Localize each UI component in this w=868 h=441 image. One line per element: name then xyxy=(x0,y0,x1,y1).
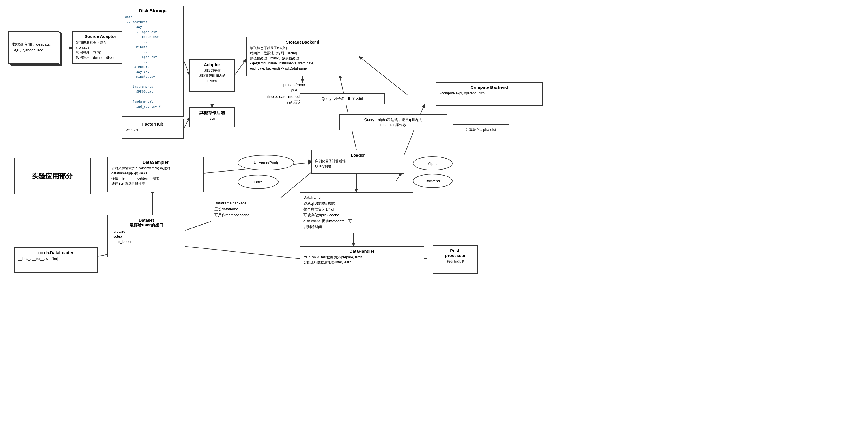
loader-box: Loader 实例化因子计算后端Query构建 xyxy=(311,150,404,174)
torch-dataloader-box: torch.DataLoader __lens_, __iter__, shuf… xyxy=(14,247,98,273)
svg-line-15 xyxy=(181,246,300,259)
other-storage-box: 其他存储后端 API xyxy=(189,107,235,127)
dataframe-block-box: Dataframe 遵从qlib数据集格式 整个数据集为1个df 可被存储为di… xyxy=(300,192,413,233)
adaptor-box: Adaptor 读取因子值读取某段时间内的universe xyxy=(189,59,235,92)
dataset-content: - prepare - setup - train_loader - ... xyxy=(112,229,181,249)
compute-backend-box: Compute Backend - compute(expr, operand_… xyxy=(436,82,543,106)
storage-backend-title: StorageBackend xyxy=(250,39,355,44)
svg-line-3 xyxy=(184,117,189,129)
compute-backend-content: - compute(expr, operand_dict) xyxy=(439,91,539,96)
torch-dataloader-content: __lens_, __iter__, shuffle() xyxy=(18,256,94,261)
storage-backend-content: 读取静态原始因子csv文件 时间片、股票池（行列）slicing 数值预处理、m… xyxy=(250,45,355,71)
alpha-oval: Alpha xyxy=(413,156,453,170)
query-alpha-box: Query：alpha表达式，遵从q4li语法Data dict:操作数 xyxy=(339,115,447,130)
data-handler-title: DataHandler xyxy=(304,249,420,254)
dataset-title: Dataset暴露给user的接口 xyxy=(112,218,181,228)
other-storage-title: 其他存储后端 xyxy=(193,110,231,116)
loader-title: Loader xyxy=(315,153,401,157)
dataframe-pkg-box: Dataframe package三份dataframe可用作memory ca… xyxy=(211,198,290,222)
adaptor-content: 读取因子值读取某段时间内的universe xyxy=(193,68,231,84)
date-oval: Date xyxy=(238,175,279,189)
experiment-section-label: 实验应用部分 xyxy=(32,171,73,181)
svg-line-4 xyxy=(235,59,246,75)
experiment-section-box: 实验应用部分 xyxy=(14,158,91,194)
adaptor-title: Adaptor xyxy=(193,62,231,67)
factor-hub-title: FactorHub xyxy=(126,122,180,126)
data-handler-box: DataHandler train, valid, test数据切分(prepa… xyxy=(300,246,424,274)
data-handler-content: train, valid, test数据切分(prepare, fetch) 分… xyxy=(304,255,420,265)
dataset-box: Dataset暴露给user的接口 - prepare - setup - tr… xyxy=(107,215,185,257)
data-source-box: 数据源 例如：ideadata、 SQL、yahooquery xyxy=(8,31,59,64)
disk-storage-title: Disk Storage xyxy=(125,8,181,13)
universe-pool-oval: Universe(Pool) xyxy=(238,155,294,170)
torch-dataloader-title: torch.DataLoader xyxy=(18,250,94,255)
data-sampler-box: DataSampler 针对采样需求(e.g. window trick),构建… xyxy=(107,157,204,192)
data-source-container: 数据源 例如：ideadata、 SQL、yahooquery xyxy=(8,31,62,68)
disk-storage-box: Disk Storage data |-- features |-- day |… xyxy=(122,6,184,117)
source-adaptor-box: Source Adaptor 定期抓取数据（结合crontab）数据整理（存内）… xyxy=(72,31,129,64)
other-storage-content: API xyxy=(193,117,231,122)
data-sampler-title: DataSampler xyxy=(112,160,200,164)
post-processor-box: Post-processor 数据后处理 xyxy=(433,245,478,274)
backend-oval: Backend xyxy=(413,174,453,188)
data-sampler-content: 针对采样需求(e.g. window trick),构建对 dataframes… xyxy=(112,166,200,186)
data-source-text: 数据源 例如：ideadata、 SQL、yahooquery xyxy=(12,41,56,54)
query-factor-box: Query: 因子名、时间区间 xyxy=(300,93,385,104)
post-processor-content: 数据后处理 xyxy=(437,259,474,264)
disk-storage-tree: data |-- features |-- day | |-- open.csv… xyxy=(125,15,181,114)
storage-backend-box: StorageBackend 读取静态原始因子csv文件 时间片、股票池（行列）… xyxy=(246,37,359,76)
compute-backend-title: Compute Backend xyxy=(439,85,539,90)
factor-hub-content: WebAPI xyxy=(126,127,180,133)
source-adaptor-content: 定期抓取数据（结合crontab）数据整理（存内）数据导出（dump to di… xyxy=(76,40,125,60)
factor-hub-box: FactorHub WebAPI xyxy=(122,119,184,138)
source-adaptor-title: Source Adaptor xyxy=(76,34,125,39)
svg-line-8 xyxy=(402,104,424,161)
post-processor-title: Post-processor xyxy=(437,248,474,258)
computed-alpha-box: 计算后的alpha dict xyxy=(453,124,509,135)
svg-line-7 xyxy=(359,57,407,95)
svg-line-2 xyxy=(184,61,189,75)
diagram: 数据源 例如：ideadata、 SQL、yahooquery Source A… xyxy=(0,0,868,441)
loader-content: 实例化因子计算后端Query构建 xyxy=(315,159,401,169)
